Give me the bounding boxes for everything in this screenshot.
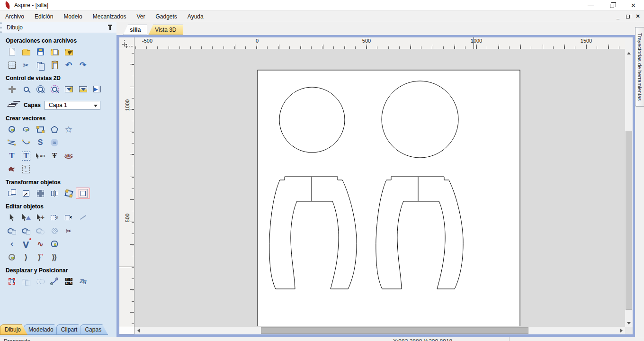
offset-vectors-icon[interactable]: [5, 276, 19, 287]
menu-ver[interactable]: Ver: [131, 11, 150, 22]
move-selection-icon[interactable]: ✢: [33, 212, 47, 223]
ungroup-objects-icon[interactable]: ✕: [62, 212, 76, 223]
circular-copy-icon[interactable]: [33, 276, 47, 287]
select-tool-icon[interactable]: [5, 212, 19, 223]
menu-ayuda[interactable]: Ayuda: [182, 11, 209, 22]
draw-text-icon[interactable]: T: [5, 150, 19, 162]
tab-vista-3d[interactable]: Vista 3D: [148, 25, 183, 35]
redo-icon[interactable]: ↷: [76, 59, 90, 71]
menu-bar: Archivo Edición Modelo Mecanizados Ver G…: [0, 11, 644, 22]
weld-vectors-icon[interactable]: [5, 225, 19, 236]
undo-icon[interactable]: ↶: [62, 59, 76, 71]
mirror-objects-icon[interactable]: [47, 188, 62, 199]
edit-nodes-icon[interactable]: Λ: [19, 238, 33, 250]
horizontal-scrollbar[interactable]: [134, 327, 625, 334]
node-edit-tool-icon[interactable]: [19, 212, 33, 223]
toolpaths-tab[interactable]: Trayectorias de herramientas: [635, 27, 644, 107]
nesting-icon[interactable]: Zig: [76, 276, 90, 287]
join-curve-icon[interactable]: ⟩◠: [33, 251, 47, 263]
draw-circle-icon[interactable]: [5, 124, 19, 135]
horizontal-scroll-thumb[interactable]: [261, 327, 528, 334]
subtract-vectors-icon[interactable]: [19, 225, 33, 236]
join-move-icon[interactable]: ⟩: [19, 251, 33, 263]
copy-along-path-icon[interactable]: [47, 276, 62, 287]
panel-header[interactable]: Dibujo: [0, 22, 116, 33]
tab-capas[interactable]: Capas: [80, 324, 108, 335]
window-restore-button[interactable]: [601, 0, 623, 10]
tab-modelado[interactable]: Modelado: [24, 324, 60, 335]
edit-text-icon[interactable]: AB: [33, 150, 47, 162]
draw-texture-icon[interactable]: ≋: [47, 137, 62, 148]
vertical-scroll-thumb[interactable]: [626, 131, 632, 310]
import-vectors-icon[interactable]: [47, 46, 62, 57]
open-file-icon[interactable]: [19, 46, 33, 57]
layer-select[interactable]: Capa 1: [45, 101, 100, 110]
menu-archivo[interactable]: Archivo: [0, 11, 29, 22]
trace-bitmap-icon[interactable]: [5, 163, 19, 175]
trim-vectors-icon[interactable]: ✂: [62, 225, 76, 236]
menu-edicion[interactable]: Edición: [29, 11, 58, 22]
copy-icon[interactable]: [33, 59, 47, 71]
paste-array-icon[interactable]: CDAB: [62, 276, 76, 287]
draw-curve-icon[interactable]: S: [33, 137, 47, 148]
scroll-right-button[interactable]: [617, 327, 625, 334]
scroll-left-button[interactable]: [134, 327, 142, 334]
document-close-button[interactable]: ✕: [635, 13, 641, 19]
pan-icon[interactable]: [5, 83, 19, 95]
zoom-extents-icon[interactable]: [62, 83, 76, 95]
document-minimize-button[interactable]: _: [615, 14, 621, 19]
pin-icon[interactable]: [109, 26, 111, 30]
window-minimize-button[interactable]: —: [580, 0, 601, 10]
fit-curves-icon[interactable]: ∿: [33, 238, 47, 250]
save-icon[interactable]: [33, 46, 47, 57]
draw-polygon-icon[interactable]: [47, 124, 62, 135]
group-objects-icon[interactable]: ⊙: [47, 212, 62, 223]
overlap-vectors-icon[interactable]: [33, 225, 47, 236]
vertical-scrollbar[interactable]: [625, 49, 633, 327]
window-close-button[interactable]: ✕: [623, 0, 644, 10]
menu-modelo[interactable]: Modelo: [58, 11, 87, 22]
move-objects-icon[interactable]: [5, 188, 19, 199]
draw-rectangle-icon[interactable]: [33, 124, 47, 135]
tab-silla[interactable]: silla: [123, 25, 147, 35]
paste-icon[interactable]: [47, 59, 62, 71]
tab-clipart[interactable]: Clipart: [56, 324, 84, 335]
distort-objects-icon[interactable]: [62, 188, 76, 199]
document-restore-button[interactable]: [626, 15, 630, 18]
text-spacing-icon[interactable]: Ŧ: [47, 150, 62, 162]
join-vectors-icon[interactable]: [5, 251, 19, 263]
measure-tool-icon[interactable]: [76, 212, 90, 223]
zoom-box-icon[interactable]: [33, 83, 47, 95]
tab-dibujo[interactable]: Dibujo: [0, 324, 27, 335]
draw-arc-icon[interactable]: [19, 137, 33, 148]
scroll-up-button[interactable]: [625, 49, 633, 57]
draw-ellipse-icon[interactable]: [19, 124, 33, 135]
switch-view-icon[interactable]: [90, 83, 104, 95]
draw-textbox-icon[interactable]: T: [19, 150, 33, 162]
section-move-position: Desplazar y Posicionar: [6, 267, 116, 274]
scale-objects-icon[interactable]: ↗: [19, 188, 33, 199]
drawing-canvas[interactable]: [134, 49, 625, 327]
create-fillet-icon[interactable]: ‹: [5, 238, 19, 250]
menu-gadgets[interactable]: Gadgets: [150, 11, 182, 22]
draw-star-icon[interactable]: ☆: [62, 124, 76, 135]
cut-icon[interactable]: ✂: [19, 59, 33, 71]
hatch-vectors-icon[interactable]: [47, 225, 62, 236]
menu-mecanizados[interactable]: Mecanizados: [88, 11, 132, 22]
draw-polyline-icon[interactable]: [5, 137, 19, 148]
export-vectors-icon[interactable]: [62, 46, 76, 57]
zoom-size-icon[interactable]: [76, 83, 90, 95]
join-smooth-icon[interactable]: ⟫: [47, 251, 62, 263]
job-setup-icon[interactable]: [5, 59, 19, 71]
array-copy-icon[interactable]: [19, 276, 33, 287]
center-in-material-icon[interactable]: [76, 188, 90, 199]
dimension-icon[interactable]: ?: [19, 163, 33, 175]
close-vector-icon[interactable]: [47, 238, 62, 250]
new-file-icon[interactable]: [5, 46, 19, 57]
align-objects-icon[interactable]: [33, 188, 47, 199]
zoom-interactive-icon[interactable]: [19, 83, 33, 95]
text-on-curve-icon[interactable]: ABC: [62, 150, 76, 162]
scroll-down-button[interactable]: [625, 319, 633, 327]
zoom-selected-icon[interactable]: [47, 83, 62, 95]
layers-icon[interactable]: [5, 99, 19, 111]
